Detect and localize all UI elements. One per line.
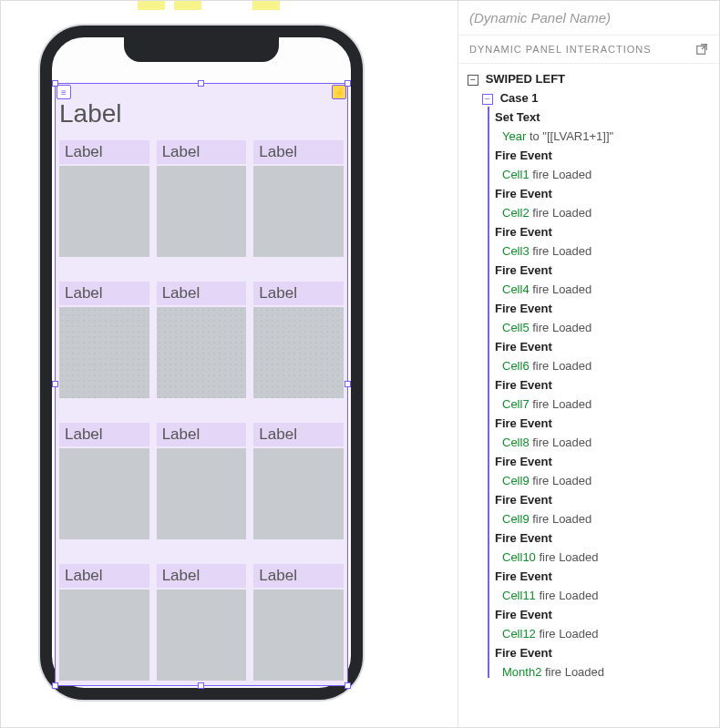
action-rest: to "[[LVAR1+1]]" [526, 129, 613, 143]
cell[interactable]: Label [253, 564, 344, 696]
action-row[interactable]: Fire Event [462, 490, 715, 509]
action-row[interactable]: Set Text [462, 108, 715, 127]
action-detail[interactable]: Cell5 fire Loaded [462, 318, 715, 337]
cell[interactable]: Label [157, 282, 247, 414]
action-rest: fire Loaded [530, 206, 592, 220]
cell[interactable]: Label [253, 140, 344, 272]
action-detail[interactable]: Cell9 fire Loaded [462, 509, 715, 528]
cell[interactable]: Label [59, 282, 149, 414]
title-label[interactable]: Label [59, 99, 122, 128]
resize-handle[interactable] [52, 80, 58, 87]
action-detail[interactable]: Cell3 fire Loaded [462, 241, 715, 261]
cell-label: Label [157, 423, 247, 446]
action-detail[interactable]: Cell9 fire Loaded [462, 471, 715, 490]
collapse-icon[interactable]: − [482, 94, 493, 105]
action-rest: fire Loaded [530, 168, 592, 181]
cells-grid: Label Label Label Label [59, 140, 344, 696]
action-target: Cell7 [502, 397, 530, 411]
action-detail[interactable]: Cell8 fire Loaded [462, 433, 715, 452]
resize-handle[interactable] [198, 80, 204, 87]
sticky-note[interactable] [174, 1, 201, 10]
action-target: Cell3 [502, 244, 530, 258]
popout-icon[interactable] [695, 43, 708, 56]
sticky-note[interactable] [252, 1, 280, 10]
action-detail[interactable]: Cell7 fire Loaded [462, 395, 715, 414]
action-row[interactable]: Fire Event [462, 567, 715, 586]
resize-handle[interactable] [345, 682, 351, 689]
cell-placeholder [59, 448, 149, 539]
action-row[interactable]: Fire Event [462, 528, 715, 548]
action-row[interactable]: Fire Event [462, 146, 715, 165]
action-title: Fire Event [495, 493, 715, 507]
cell[interactable]: Label [59, 564, 149, 696]
sticky-note[interactable] [138, 1, 165, 10]
case-row[interactable]: − Case 1 [462, 88, 715, 108]
event-name: SWIPED LEFT [486, 72, 565, 86]
action-title: Fire Event [495, 416, 715, 430]
action-row[interactable]: Fire Event [462, 299, 715, 318]
resize-handle[interactable] [52, 682, 58, 689]
cell-placeholder [253, 307, 344, 398]
event-row[interactable]: − SWIPED LEFT [462, 69, 715, 88]
action-detail[interactable]: Cell4 fire Loaded [462, 280, 715, 299]
cell-placeholder [157, 166, 247, 257]
cell-placeholder [59, 166, 149, 257]
resize-handle[interactable] [52, 381, 58, 387]
action-target: Year [502, 129, 526, 143]
action-row[interactable]: Fire Event [462, 452, 715, 471]
interactions-badge-icon[interactable]: ⚡ [332, 85, 346, 99]
action-detail[interactable]: Cell6 fire Loaded [462, 356, 715, 375]
action-row[interactable]: Fire Event [462, 337, 715, 356]
states-icon[interactable]: ≡ [57, 85, 71, 99]
action-target: Cell10 [502, 550, 536, 564]
action-title: Fire Event [495, 225, 715, 239]
cell[interactable]: Label [157, 423, 247, 555]
action-detail[interactable]: Cell2 fire Loaded [462, 203, 715, 222]
cell[interactable]: Label [253, 282, 344, 414]
action-row[interactable]: Fire Event [462, 643, 715, 662]
collapse-icon[interactable]: − [468, 75, 478, 86]
action-title: Fire Event [495, 646, 715, 660]
action-rest: fire Loaded [530, 359, 592, 373]
action-detail[interactable]: Month2 fire Loaded [462, 662, 715, 682]
action-rest: fire Loaded [530, 436, 592, 449]
cell-label: Label [253, 282, 344, 305]
action-target: Cell6 [502, 359, 530, 373]
action-target: Cell1 [502, 168, 530, 181]
action-detail[interactable]: Cell1 fire Loaded [462, 165, 715, 184]
cell-label: Label [59, 564, 149, 588]
cell[interactable]: Label [59, 423, 149, 555]
action-title: Set Text [495, 110, 715, 124]
action-row[interactable]: Fire Event [462, 414, 715, 433]
action-target: Month2 [502, 665, 541, 679]
action-detail[interactable]: Cell10 fire Loaded [462, 548, 715, 567]
panel-name-field[interactable]: (Dynamic Panel Name) [458, 1, 719, 36]
resize-handle[interactable] [345, 381, 351, 387]
action-detail[interactable]: Cell11 fire Loaded [462, 586, 715, 605]
action-rest: fire Loaded [536, 627, 599, 641]
cell-placeholder [253, 166, 344, 257]
action-rest: fire Loaded [530, 397, 592, 411]
action-row[interactable]: Fire Event [462, 184, 715, 203]
action-row[interactable]: Fire Event [462, 261, 715, 280]
action-target: Cell8 [502, 436, 530, 449]
cell[interactable]: Label [59, 140, 149, 272]
cell[interactable]: Label [157, 564, 247, 696]
action-title: Fire Event [495, 569, 715, 583]
canvas[interactable]: ≡ ⚡ Label Label Lab [1, 1, 458, 727]
action-target: Cell12 [502, 627, 536, 641]
action-rest: fire Loaded [530, 321, 592, 334]
cell-label: Label [59, 140, 149, 164]
dynamic-panel-selection[interactable]: ≡ ⚡ Label Label Lab [55, 83, 348, 686]
action-detail[interactable]: Cell12 fire Loaded [462, 624, 715, 643]
action-row[interactable]: Fire Event [462, 375, 715, 395]
cell-label: Label [157, 140, 247, 164]
action-rest: fire Loaded [530, 474, 592, 487]
interactions-tree[interactable]: − SWIPED LEFT − Case 1 Set TextYear to "… [458, 64, 719, 727]
action-row[interactable]: Fire Event [462, 605, 715, 624]
cell[interactable]: Label [253, 423, 344, 555]
action-row[interactable]: Fire Event [462, 222, 715, 241]
cell[interactable]: Label [157, 140, 247, 272]
resize-handle[interactable] [345, 80, 351, 87]
action-detail[interactable]: Year to "[[LVAR1+1]]" [462, 127, 715, 146]
